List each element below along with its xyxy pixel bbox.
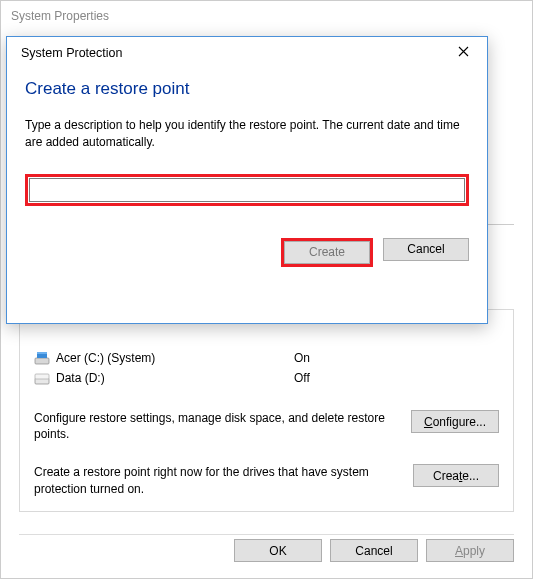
system-protection-dialog: System Protection Create a restore point… — [6, 36, 488, 324]
drive-name: Data (D:) — [56, 371, 294, 385]
drive-icon — [34, 370, 50, 386]
configure-button-label: Configure... — [424, 415, 486, 429]
create-button-label: Create... — [433, 469, 479, 483]
dialog-cancel-button[interactable]: Cancel — [383, 238, 469, 261]
footer-separator — [19, 534, 514, 535]
close-icon — [458, 46, 469, 60]
dialog-description: Type a description to help you identify … — [25, 117, 469, 152]
input-highlight — [25, 174, 469, 206]
apply-button-label: Apply — [455, 544, 485, 558]
ok-button[interactable]: OK — [234, 539, 322, 562]
dialog-heading: Create a restore point — [25, 79, 469, 99]
configure-description: Configure restore settings, manage disk … — [34, 410, 411, 442]
drive-status: Off — [294, 371, 310, 385]
svg-rect-4 — [35, 374, 49, 379]
dialog-footer: OK Cancel Apply — [234, 539, 514, 562]
dialog-button-row: Create Cancel — [25, 238, 469, 267]
cancel-button[interactable]: Cancel — [330, 539, 418, 562]
drive-list: Acer (C:) (System) On Data (D:) Off — [34, 348, 499, 388]
dialog-titlebar: System Protection — [7, 37, 487, 69]
svg-rect-2 — [37, 352, 47, 354]
drive-icon — [34, 350, 50, 366]
parent-title: System Properties — [11, 9, 109, 23]
restore-point-description-input[interactable] — [29, 178, 465, 202]
create-button[interactable]: Create... — [413, 464, 499, 487]
drive-row[interactable]: Acer (C:) (System) On — [34, 348, 499, 368]
create-description: Create a restore point right now for the… — [34, 464, 413, 496]
drive-name: Acer (C:) (System) — [56, 351, 294, 365]
close-button[interactable] — [447, 39, 479, 67]
configure-button[interactable]: Configure... — [411, 410, 499, 433]
protection-settings-group: Acer (C:) (System) On Data (D:) Off Conf… — [19, 309, 514, 512]
parent-titlebar: System Properties — [1, 1, 532, 31]
dialog-create-button[interactable]: Create — [284, 241, 370, 264]
dialog-title: System Protection — [21, 46, 122, 60]
drive-row[interactable]: Data (D:) Off — [34, 368, 499, 388]
drive-status: On — [294, 351, 310, 365]
svg-rect-0 — [35, 358, 49, 364]
apply-button[interactable]: Apply — [426, 539, 514, 562]
create-button-highlight: Create — [281, 238, 373, 267]
